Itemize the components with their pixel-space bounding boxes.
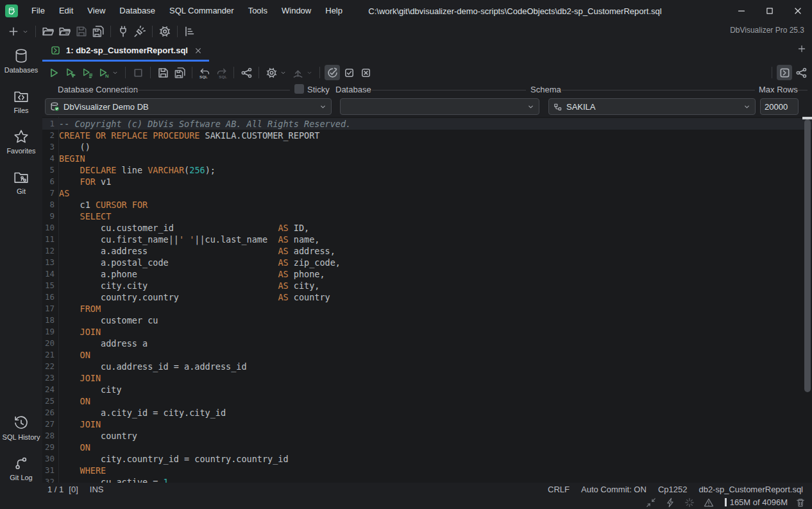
line-number: 13 <box>42 257 55 268</box>
save-button[interactable] <box>74 24 89 39</box>
memory-gauge <box>725 498 727 506</box>
dbmonitor-button[interactable] <box>182 24 198 39</box>
sidebar-item-favorites[interactable]: Favorites <box>1 126 41 157</box>
editor-status-right: CRLF Auto Commit: ON Cp1252 db2-sp_Custo… <box>548 485 803 494</box>
execute-explain-button[interactable]: N <box>96 65 111 80</box>
app-status-bar: 165M of 4096M <box>0 496 812 509</box>
code-line: 12 a.address AS address, <box>42 245 803 257</box>
line-number: 12 <box>42 245 55 257</box>
disconnect-button[interactable] <box>132 24 148 39</box>
editor-save-all-button[interactable] <box>172 65 187 80</box>
code-line: 2CREATE OR REPLACE PROCEDURE SAKILA.CUST… <box>42 130 803 141</box>
alerts-button[interactable] <box>704 497 714 508</box>
line-number: 30 <box>42 453 55 465</box>
line-ending: CRLF <box>548 485 570 494</box>
sidebar-item-git-log[interactable]: Git Log <box>1 453 41 484</box>
tab-close-icon[interactable] <box>194 46 203 55</box>
line-number: 25 <box>42 395 55 407</box>
activity-spinner[interactable] <box>684 497 695 508</box>
execute-buffer-button[interactable] <box>79 65 94 80</box>
window-controls <box>727 0 812 22</box>
svg-text:N: N <box>105 73 108 79</box>
auto-commit-toggle[interactable] <box>325 65 340 80</box>
sidebar-item-git[interactable]: Git <box>1 166 41 198</box>
commit-button[interactable] <box>341 65 357 80</box>
new-tab-plus-icon[interactable] <box>797 44 807 54</box>
chevron-down-icon[interactable] <box>306 69 313 76</box>
save-all-button[interactable] <box>90 24 106 39</box>
open-file-button[interactable] <box>40 24 56 39</box>
encoding[interactable]: Cp1252 <box>658 485 688 494</box>
files-icon <box>13 88 30 105</box>
chevron-down-icon[interactable] <box>280 69 287 76</box>
connect-button[interactable] <box>115 24 131 39</box>
sql-tab-icon <box>50 45 61 56</box>
menu-edit[interactable]: Edit <box>52 0 80 22</box>
sidebar-item-files[interactable]: Files <box>1 85 41 117</box>
undo-sql-button[interactable]: SQL <box>197 65 212 80</box>
performance-button[interactable] <box>665 497 675 508</box>
code-line: 26 a.city_id = city.city_id <box>42 407 803 418</box>
code-line: 23 JOIN <box>42 372 803 384</box>
schema-select[interactable]: SAKILA <box>548 98 756 115</box>
code-line: 1-- Copyright (c) DbVis Software AB. All… <box>42 118 803 130</box>
code-line: 16 country.country AS country <box>42 291 803 303</box>
rollback-button[interactable] <box>358 65 373 80</box>
chevron-down-icon[interactable] <box>112 69 119 76</box>
menu-view[interactable]: View <box>80 0 112 22</box>
toolbar-separator <box>125 67 126 78</box>
database-select[interactable] <box>340 98 539 115</box>
open-recent-button[interactable] <box>57 24 72 39</box>
code-line: 6 FOR v1 <box>42 176 803 187</box>
visualize-button[interactable] <box>793 65 809 80</box>
code-line: 14 a.phone AS phone, <box>42 268 803 280</box>
schema-icon <box>553 102 562 112</box>
editor-save-button[interactable] <box>155 65 171 80</box>
execute-current-button[interactable] <box>62 65 78 80</box>
sidebar-item-label: Git <box>17 187 26 195</box>
line-number: 4 <box>42 153 55 164</box>
vertical-scrollbar[interactable] <box>804 119 811 392</box>
line-number: 32 <box>42 476 55 483</box>
redo-sql-button[interactable]: SQL <box>214 65 229 80</box>
close-button[interactable] <box>784 0 812 22</box>
content-area: 1: db2-sp_CustomerReport.sql NSQLSQL Dat… <box>42 41 812 509</box>
max-rows-input[interactable]: 20000 <box>760 98 799 115</box>
chevron-down-icon[interactable] <box>22 28 29 35</box>
parameter-button[interactable] <box>290 65 305 80</box>
sql-editor[interactable]: 1-- Copyright (c) DbVis Software AB. All… <box>42 117 812 483</box>
trash-icon[interactable] <box>795 497 806 508</box>
tab-sql-commander[interactable]: 1: db2-sp_CustomerReport.sql <box>42 41 209 60</box>
tool-properties-button[interactable] <box>157 24 173 39</box>
line-number: 28 <box>42 430 55 442</box>
menu-sql-commander[interactable]: SQL Commander <box>162 0 241 22</box>
sticky-checkbox[interactable] <box>294 84 304 94</box>
editor-toolbar-right <box>768 65 812 80</box>
minimize-button[interactable] <box>727 0 756 22</box>
menu-file[interactable]: File <box>24 0 52 22</box>
line-number: 9 <box>42 211 55 222</box>
sidebar-item-sql-history[interactable]: SQL History <box>1 412 41 444</box>
sql-options-button[interactable] <box>264 65 279 80</box>
collapse-window-button[interactable] <box>646 497 656 508</box>
sql-commander-panel-toggle[interactable] <box>777 65 792 80</box>
stop-button[interactable] <box>130 65 146 80</box>
gitlog-icon <box>13 455 30 472</box>
max-rows-value: 20000 <box>765 102 788 112</box>
editor-status-bar: 1 / 1 [0] INS CRLF Auto Commit: ON Cp125… <box>42 483 812 496</box>
sidebar-item-label: Favorites <box>6 147 35 155</box>
menu-tools[interactable]: Tools <box>241 0 275 22</box>
maximize-button[interactable] <box>756 0 784 22</box>
database-label: Database <box>335 85 371 94</box>
menu-database[interactable]: Database <box>112 0 162 22</box>
query-builder-button[interactable] <box>239 65 254 80</box>
sidebar-item-databases[interactable]: Databases <box>1 45 41 76</box>
code-line: 18 customer cu <box>42 315 803 326</box>
database-connection-select[interactable]: DbVisualizer Demo DB <box>45 98 332 115</box>
toolbar-separator <box>319 67 320 78</box>
new-tab-button[interactable] <box>6 24 21 39</box>
code-line: 28 country <box>42 430 803 442</box>
auto-commit-status[interactable]: Auto Commit: ON <box>581 485 647 494</box>
execute-button[interactable] <box>46 65 61 80</box>
line-number: 29 <box>42 442 55 453</box>
